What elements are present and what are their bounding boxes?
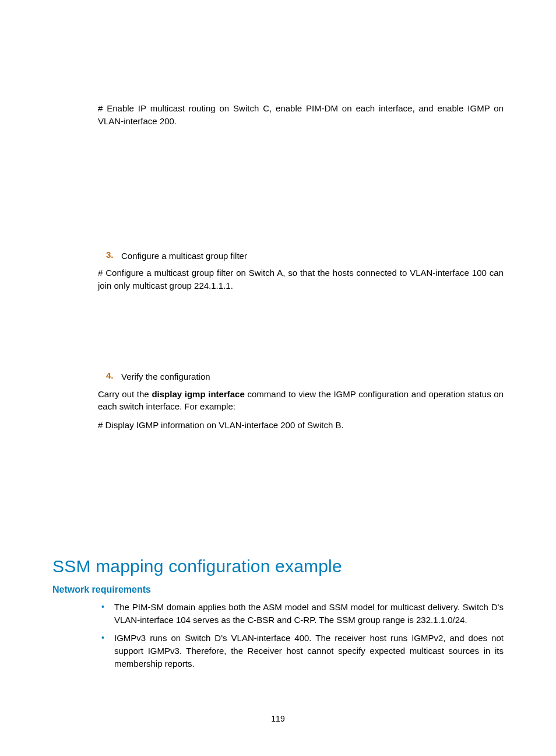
spacer [52,434,504,556]
step-4: 4. Verify the configuration [52,370,504,383]
step-3-text: # Configure a multicast group filter on … [52,267,504,292]
spacer [52,295,504,370]
bullet-text-1: The PIM-SM domain applies both the ASM m… [114,601,504,626]
paragraph-intro: # Enable IP multicast routing on Switch … [52,102,504,128]
bullet-text-2: IGMPv3 runs on Switch D's VLAN-interface… [114,632,504,670]
step-4-number: 4. [98,370,121,383]
step-4-text-2: # Display IGMP information on VLAN-inter… [52,419,504,432]
page-number: 119 [0,714,556,723]
step-3: 3. Configure a multicast group filter [52,250,504,262]
page-container: # Enable IP multicast routing on Switch … [0,0,556,756]
step-4-bold: display igmp interface [152,389,244,399]
step-4-pre: Carry out the [98,389,152,399]
bullet-item-1: • The PIM-SM domain applies both the ASM… [52,601,504,626]
bullet-item-2: • IGMPv3 runs on Switch D's VLAN-interfa… [52,632,504,670]
heading-ssm: SSM mapping configuration example [52,556,504,576]
heading-network-req: Network requirements [52,584,504,595]
step-4-text-1: Carry out the display igmp interface com… [52,388,504,414]
step-3-label: Configure a multicast group filter [121,250,247,262]
spacer [52,130,504,250]
step-4-label: Verify the configuration [121,370,210,383]
bullet-dot-icon: • [98,601,114,626]
bullet-dot-icon: • [98,632,114,670]
step-3-number: 3. [98,250,121,262]
